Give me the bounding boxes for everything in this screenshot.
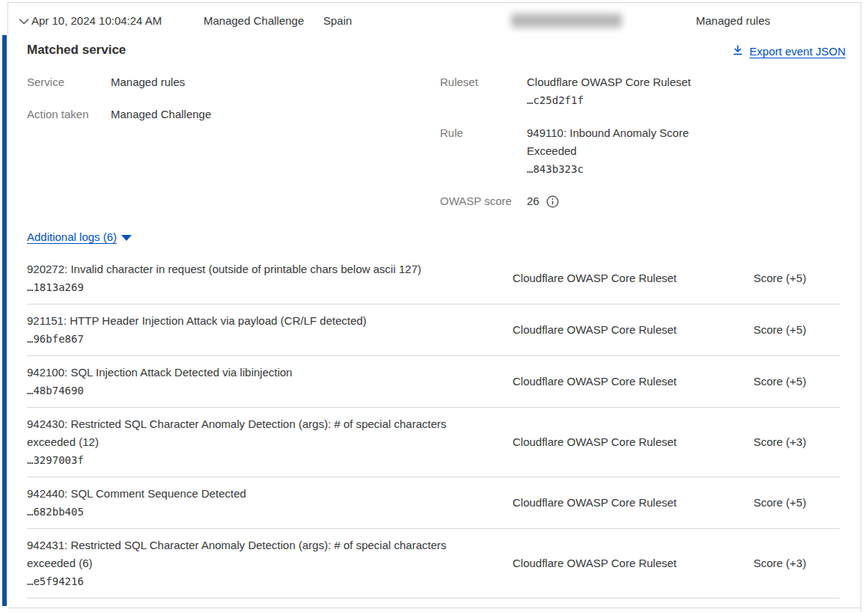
log-row: 942440: SQL Comment Sequence Detected …6…: [27, 477, 840, 529]
rule-value: 949110: Inbound Anomaly Score Exceeded: [527, 124, 706, 160]
log-rule-id: …e5f94216: [27, 572, 479, 590]
event-row-header[interactable]: Apr 10, 2024 10:04:24 AM Managed Challen…: [8, 3, 861, 35]
action-taken-value: Managed Challenge: [111, 105, 211, 123]
log-score: Score (+5): [754, 269, 840, 287]
log-rule-id: …96bfe867: [27, 330, 479, 348]
log-row: 921151: HTTP Header Injection Attack via…: [27, 305, 840, 356]
log-score: Score (+5): [754, 373, 840, 391]
event-service: Managed rules: [696, 14, 770, 27]
log-rule-description: 942430: Restricted SQL Character Anomaly…: [27, 415, 479, 451]
log-row: 942431: Restricted SQL Character Anomaly…: [27, 529, 840, 599]
log-ruleset-name: Cloudflare OWASP Core Ruleset: [513, 433, 754, 451]
log-ruleset-name: Cloudflare OWASP Core Ruleset: [513, 373, 754, 391]
export-event-json-label: Export event JSON: [750, 45, 846, 58]
log-ruleset-name: Cloudflare OWASP Core Ruleset: [513, 269, 754, 287]
additional-logs-table: 920272: Invalid character in request (ou…: [27, 253, 840, 599]
chevron-down-icon[interactable]: [18, 16, 30, 28]
log-rule-description: 942440: SQL Comment Sequence Detected: [27, 485, 479, 503]
owasp-score-value: 26: [527, 192, 540, 210]
owasp-score-label: OWASP score: [440, 192, 527, 210]
log-row: 920272: Invalid character in request (ou…: [27, 253, 840, 305]
event-timestamp: Apr 10, 2024 10:04:24 AM: [31, 14, 162, 27]
field-ruleset: Ruleset Cloudflare OWASP Core Ruleset …c…: [440, 73, 706, 109]
event-action: Managed Challenge: [204, 14, 304, 27]
log-rule-description: 942100: SQL Injection Attack Detected vi…: [27, 364, 479, 382]
field-owasp-score: OWASP score 26: [440, 192, 559, 210]
log-row: 942100: SQL Injection Attack Detected vi…: [27, 356, 840, 408]
log-rule-description: 942431: Restricted SQL Character Anomaly…: [27, 536, 479, 572]
rule-id: …843b323c: [527, 160, 706, 178]
service-value: Managed rules: [111, 73, 185, 91]
log-rule-id: …1813a269: [27, 278, 479, 296]
log-score: Score (+5): [754, 321, 840, 339]
log-ruleset-name: Cloudflare OWASP Core Ruleset: [513, 321, 754, 339]
log-score: Score (+5): [754, 494, 840, 512]
triangle-down-icon: [121, 235, 132, 241]
field-service: Service Managed rules: [27, 73, 185, 91]
field-rule: Rule 949110: Inbound Anomaly Score Excee…: [440, 124, 706, 178]
ruleset-value: Cloudflare OWASP Core Ruleset: [527, 73, 706, 91]
export-event-json-link[interactable]: Export event JSON: [732, 44, 846, 58]
action-taken-label: Action taken: [27, 105, 111, 123]
log-rule-description: 920272: Invalid character in request (ou…: [27, 260, 479, 278]
additional-logs-label: Additional logs (6): [27, 230, 117, 243]
additional-logs-toggle[interactable]: Additional logs (6): [27, 230, 132, 243]
log-rule-description: 921151: HTTP Header Injection Attack via…: [27, 312, 479, 330]
log-rule-id: …682bb405: [27, 503, 479, 521]
panel-title: Matched service: [27, 43, 126, 58]
log-rule-id: …48b74690: [27, 382, 479, 400]
panel-bottom-border: [7, 608, 861, 608]
field-action-taken: Action taken Managed Challenge: [27, 105, 211, 123]
rule-label: Rule: [440, 124, 527, 178]
service-label: Service: [27, 73, 111, 91]
redacted-value: [511, 13, 622, 28]
log-score: Score (+3): [754, 554, 840, 572]
log-score: Score (+3): [754, 433, 840, 451]
event-country: Spain: [323, 14, 352, 27]
log-ruleset-name: Cloudflare OWASP Core Ruleset: [513, 554, 754, 572]
ruleset-id: …c25d2f1f: [527, 91, 706, 109]
info-icon[interactable]: [546, 195, 559, 208]
table-right-border: [861, 2, 861, 612]
log-row: 942430: Restricted SQL Character Anomaly…: [27, 408, 840, 477]
download-icon: [732, 44, 744, 58]
expanded-row-accent-bar: [2, 35, 7, 606]
ruleset-label: Ruleset: [440, 73, 527, 109]
log-ruleset-name: Cloudflare OWASP Core Ruleset: [513, 494, 754, 512]
log-rule-id: …3297003f: [27, 451, 479, 469]
